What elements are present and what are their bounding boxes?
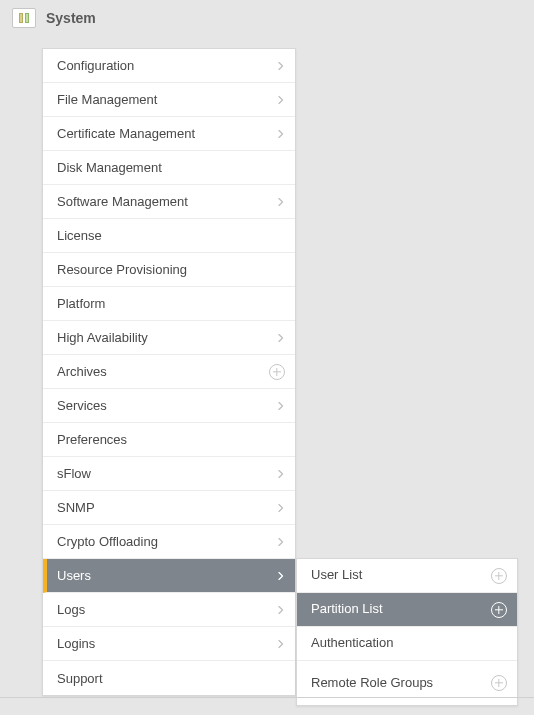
add-icon[interactable] [491, 675, 507, 691]
chevron-right-icon [277, 640, 285, 648]
menu-item-disk-management[interactable]: Disk Management [43, 151, 295, 185]
menu-item-support[interactable]: Support [43, 661, 295, 695]
menu-item-label: Crypto Offloading [57, 534, 277, 549]
menu-item-snmp[interactable]: SNMP [43, 491, 295, 525]
menu-item-label: Certificate Management [57, 126, 277, 141]
submenu-item-authentication[interactable]: Authentication [297, 627, 517, 661]
menu-item-logins[interactable]: Logins [43, 627, 295, 661]
menu-item-platform[interactable]: Platform [43, 287, 295, 321]
chevron-right-icon [277, 198, 285, 206]
chevron-right-icon [277, 62, 285, 70]
menu-item-file-management[interactable]: File Management [43, 83, 295, 117]
menu-item-resource-provisioning[interactable]: Resource Provisioning [43, 253, 295, 287]
menu-item-archives[interactable]: Archives [43, 355, 295, 389]
system-icon-part [25, 13, 29, 23]
chevron-right-icon [277, 334, 285, 342]
submenu-item-label: Authentication [311, 636, 507, 651]
system-header: System [0, 0, 534, 38]
page-root: System Configuration File Management Cer… [0, 0, 534, 715]
menu-item-label: SNMP [57, 500, 277, 515]
menu-item-label: Disk Management [57, 160, 285, 175]
submenu-item-partition-list[interactable]: Partition List [297, 593, 517, 627]
submenu-item-label: Partition List [311, 602, 491, 617]
menu-item-users[interactable]: Users [43, 559, 295, 593]
chevron-right-icon [277, 130, 285, 138]
menu-item-label: Logins [57, 636, 277, 651]
chevron-right-icon [277, 96, 285, 104]
menu-item-crypto-offloading[interactable]: Crypto Offloading [43, 525, 295, 559]
submenu-item-remote-role-groups[interactable]: Remote Role Groups [297, 661, 517, 705]
system-menu-panel: Configuration File Management Certificat… [42, 48, 296, 696]
menu-item-label: Archives [57, 364, 269, 379]
menu-item-label: sFlow [57, 466, 277, 481]
system-icon-part [19, 13, 23, 23]
chevron-right-icon [277, 572, 285, 580]
menu-item-label: File Management [57, 92, 277, 107]
menu-item-label: Preferences [57, 432, 285, 447]
menu-item-services[interactable]: Services [43, 389, 295, 423]
menu-item-software-management[interactable]: Software Management [43, 185, 295, 219]
menu-item-logs[interactable]: Logs [43, 593, 295, 627]
menu-item-certificate-management[interactable]: Certificate Management [43, 117, 295, 151]
menu-item-configuration[interactable]: Configuration [43, 49, 295, 83]
submenu-item-label: Remote Role Groups [311, 676, 491, 691]
menu-item-license[interactable]: License [43, 219, 295, 253]
menu-item-label: Platform [57, 296, 285, 311]
chevron-right-icon [277, 504, 285, 512]
menu-item-label: Users [57, 568, 277, 583]
menu-item-label: Resource Provisioning [57, 262, 285, 277]
chevron-right-icon [277, 538, 285, 546]
menu-item-label: Logs [57, 602, 277, 617]
submenu-item-label: User List [311, 568, 491, 583]
menu-item-label: Software Management [57, 194, 277, 209]
users-submenu-panel: User ListPartition ListAuthenticationRem… [296, 558, 518, 706]
chevron-right-icon [277, 402, 285, 410]
chevron-right-icon [277, 606, 285, 614]
menu-item-label: Services [57, 398, 277, 413]
submenu-item-user-list[interactable]: User List [297, 559, 517, 593]
menu-item-label: Support [57, 671, 285, 686]
menu-item-label: Configuration [57, 58, 277, 73]
add-icon[interactable] [491, 602, 507, 618]
menu-item-label: License [57, 228, 285, 243]
menu-item-preferences[interactable]: Preferences [43, 423, 295, 457]
add-icon[interactable] [491, 568, 507, 584]
chevron-right-icon [277, 470, 285, 478]
bottom-divider [0, 697, 534, 698]
menu-item-label: High Availability [57, 330, 277, 345]
menu-item-high-availability[interactable]: High Availability [43, 321, 295, 355]
system-icon [12, 8, 36, 28]
system-title: System [46, 10, 96, 26]
add-icon[interactable] [269, 364, 285, 380]
menu-item-sflow[interactable]: sFlow [43, 457, 295, 491]
